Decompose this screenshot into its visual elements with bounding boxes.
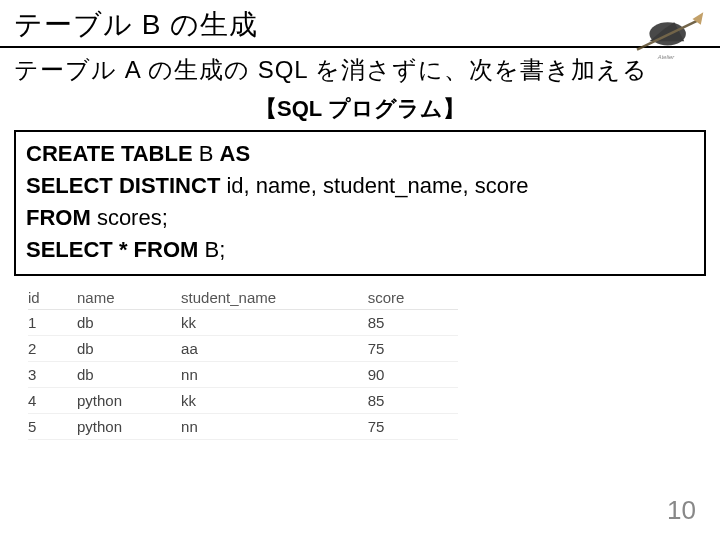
- slide-title: テーブル B の生成: [0, 0, 720, 48]
- col-name: name: [77, 286, 181, 310]
- table-row: 2 db aa 75: [28, 335, 458, 361]
- table-row: 1 db kk 85: [28, 309, 458, 335]
- cell-score: 85: [368, 387, 458, 413]
- code-text: B: [193, 141, 220, 166]
- slide-subtitle: テーブル A の生成の SQL を消さずに、次を書き加える: [0, 48, 720, 86]
- cell-id: 4: [28, 387, 77, 413]
- code-line: SELECT * FROM B;: [26, 234, 694, 266]
- sql-code-box: CREATE TABLE B AS SELECT DISTINCT id, na…: [14, 130, 706, 276]
- cell-student-name: aa: [181, 335, 368, 361]
- code-line: SELECT DISTINCT id, name, student_name, …: [26, 170, 694, 202]
- cell-id: 1: [28, 309, 77, 335]
- code-line: CREATE TABLE B AS: [26, 138, 694, 170]
- kw-select-distinct: SELECT DISTINCT: [26, 173, 220, 198]
- cell-id: 2: [28, 335, 77, 361]
- table-row: 3 db nn 90: [28, 361, 458, 387]
- cell-name: python: [77, 387, 181, 413]
- col-student-name: student_name: [181, 286, 368, 310]
- program-label: 【SQL プログラム】: [0, 94, 720, 124]
- code-text: scores;: [91, 205, 168, 230]
- cell-score: 85: [368, 309, 458, 335]
- table-row: 5 python nn 75: [28, 413, 458, 439]
- cell-name: db: [77, 335, 181, 361]
- kw-create-table: CREATE TABLE: [26, 141, 193, 166]
- code-text: B;: [198, 237, 225, 262]
- cell-student-name: nn: [181, 361, 368, 387]
- cell-score: 75: [368, 335, 458, 361]
- kw-as: AS: [220, 141, 251, 166]
- col-score: score: [368, 286, 458, 310]
- cell-id: 3: [28, 361, 77, 387]
- cell-student-name: nn: [181, 413, 368, 439]
- code-line: FROM scores;: [26, 202, 694, 234]
- cell-student-name: kk: [181, 387, 368, 413]
- page-number: 10: [667, 495, 696, 526]
- table-header-row: id name student_name score: [28, 286, 458, 310]
- table-row: 4 python kk 85: [28, 387, 458, 413]
- result-table: id name student_name score 1 db kk 85 2 …: [28, 286, 458, 440]
- cell-name: db: [77, 361, 181, 387]
- cell-score: 75: [368, 413, 458, 439]
- cell-id: 5: [28, 413, 77, 439]
- cell-name: db: [77, 309, 181, 335]
- cell-student-name: kk: [181, 309, 368, 335]
- kw-select-from: SELECT * FROM: [26, 237, 198, 262]
- col-id: id: [28, 286, 77, 310]
- witch-logo: Atelier: [622, 4, 710, 62]
- kw-from: FROM: [26, 205, 91, 230]
- code-text: id, name, student_name, score: [220, 173, 528, 198]
- cell-score: 90: [368, 361, 458, 387]
- cell-name: python: [77, 413, 181, 439]
- svg-text:Atelier: Atelier: [657, 54, 676, 60]
